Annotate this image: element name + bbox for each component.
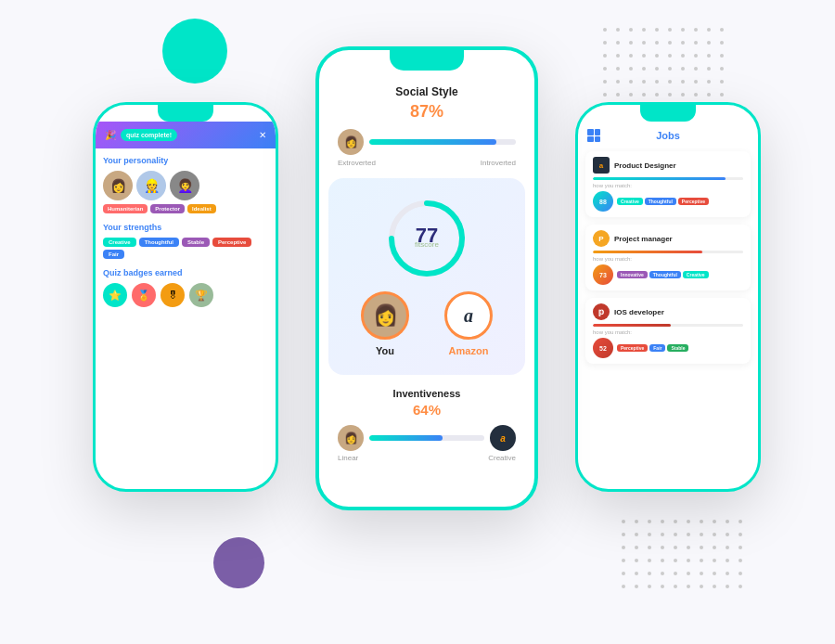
mtag-thoughtful-2: Thoughtful — [649, 271, 681, 278]
personality-title: Your personality — [103, 156, 268, 165]
extroverted-label: Extroverted — [338, 159, 376, 167]
left-phone: 🎉 quiz complete! ✕ Your personality 👩 👷 … — [93, 102, 278, 492]
vs-row: 👩 You a Amazon — [343, 291, 510, 356]
you-label: You — [376, 345, 394, 356]
match-row-3: 52 Perceptive Fair Stable — [593, 338, 743, 358]
match-score-2: 73 — [593, 264, 613, 285]
inv-labels: Linear Creative — [338, 454, 516, 462]
left-phone-header: 🎉 quiz complete! ✕ — [96, 122, 276, 148]
inventiveness-section: Inventiveness 64% 👩 a Linear Creative — [319, 375, 534, 471]
social-style-bar-row: 👩 — [338, 129, 516, 155]
job-title-row-3: 𝕡 IOS developer — [593, 303, 743, 320]
right-phone-header: Jobs — [578, 122, 758, 146]
match-tags-1: Creative Thoughtful Perceptive — [617, 198, 709, 205]
mtag-creative-2: Creative — [683, 271, 709, 278]
strength-creative: Creative — [103, 238, 136, 247]
creative-label: Creative — [488, 454, 516, 462]
introverted-label: Introverted — [481, 159, 516, 167]
quiz-complete-badge: quiz complete! — [121, 129, 177, 141]
inv-bar-fill — [369, 435, 443, 441]
match-bar-fill-2 — [593, 251, 702, 253]
match-row-1: 88 Creative Thoughtful Perceptive — [593, 191, 743, 212]
how-you-match-2: how you match: — [593, 256, 743, 262]
amazon-logo-1: a — [593, 157, 610, 174]
inventiveness-pct: 64% — [338, 402, 516, 418]
badge-4: 🏆 — [189, 283, 213, 307]
inventiveness-title: Inventiveness — [338, 388, 516, 399]
center-phone-notch — [390, 50, 464, 71]
amazon-item: a Amazon — [444, 291, 493, 356]
social-style-bar-fill — [369, 139, 496, 145]
match-bar-2 — [593, 251, 743, 253]
social-style-pct: 87% — [338, 102, 516, 122]
mtag-creative-1: Creative — [617, 198, 643, 205]
tag-protector: Protector — [150, 204, 185, 213]
mtag-perceptive-1: Perceptive — [678, 198, 709, 205]
strengths-title: Your strengths — [103, 223, 268, 232]
badges-title: Quiz badges earned — [103, 268, 268, 277]
social-style-title: Social Style — [338, 85, 516, 98]
personality-tags: Humaniterian Protector Idealist — [103, 204, 268, 213]
right-phone-body: a Product Designer how you match: 88 Cre… — [578, 146, 758, 377]
strength-fair: Fair — [103, 250, 124, 259]
mtag-stable-3: Stable — [667, 344, 688, 352]
match-bar-fill-1 — [593, 177, 726, 180]
grid-icon — [587, 129, 600, 142]
badges-section: Quiz badges earned ⭐ 🏅 🎖 🏆 — [103, 268, 268, 307]
job-name-2: Project manager — [614, 235, 673, 243]
job-name-1: Product Designer — [614, 161, 676, 170]
right-phone: Jobs a Product Designer how you match: 8… — [575, 102, 761, 492]
badge-3: 🎖 — [161, 283, 185, 307]
match-score-3: 52 — [593, 338, 613, 358]
match-bar-1 — [593, 177, 743, 180]
mtag-innovative-2: Innovative — [617, 271, 648, 278]
personality-avatars: 👩 👷 👩‍🦱 — [103, 171, 268, 200]
job-card-2[interactable]: P Project manager how you match: 73 Inno… — [585, 225, 751, 290]
tag-humaniterian: Humaniterian — [103, 204, 148, 213]
inv-amazon-avatar: a — [490, 425, 516, 451]
job-card-3[interactable]: 𝕡 IOS developer how you match: 52 Percep… — [585, 298, 751, 364]
strength-tags: Creative Thoughtful Stable Perceptive Fa… — [103, 238, 268, 259]
phones-container: 🎉 quiz complete! ✕ Your personality 👩 👷 … — [93, 46, 761, 598]
amazon-logo: a — [444, 291, 493, 340]
inventiveness-bar-row: 👩 a — [338, 425, 516, 451]
strengths-section: Your strengths Creative Thoughtful Stabl… — [103, 223, 268, 259]
match-row-2: 73 Innovative Thoughtful Creative — [593, 264, 743, 285]
job-card-1[interactable]: a Product Designer how you match: 88 Cre… — [585, 151, 751, 217]
match-bar-fill-3 — [593, 324, 671, 327]
amazon-label: Amazon — [449, 345, 489, 356]
center-phone-body: Social Style 87% 👩 Extroverted Introvert… — [319, 71, 534, 471]
left-phone-notch — [158, 105, 213, 122]
social-avatar: 👩 — [338, 129, 364, 155]
job-title-row-1: a Product Designer — [593, 157, 743, 174]
avatar-idealist: 👩‍🦱 — [170, 171, 199, 200]
social-style-bar — [369, 139, 516, 145]
match-score-1: 88 — [593, 191, 613, 212]
badge-1: ⭐ — [103, 283, 127, 307]
left-phone-body: Your personality 👩 👷 👩‍🦱 Humaniterian Pr… — [96, 148, 276, 315]
avatar-protector: 👷 — [136, 171, 166, 200]
fitscore-ring: 77 fitscore — [385, 197, 469, 280]
center-phone: Social Style 87% 👩 Extroverted Introvert… — [315, 46, 538, 510]
badge-circles: ⭐ 🏅 🎖 🏆 — [103, 283, 268, 307]
jobs-title: Jobs — [600, 130, 736, 141]
inv-bar — [369, 435, 484, 441]
social-labels: Extroverted Introverted — [338, 159, 516, 167]
job-name-3: IOS developer — [614, 308, 664, 316]
pm-logo: P — [593, 230, 610, 247]
tag-idealist: Idealist — [187, 204, 216, 213]
close-button[interactable]: ✕ — [259, 130, 266, 140]
strength-thoughtful: Thoughtful — [139, 238, 179, 247]
fitscore-label: fitscore — [415, 240, 439, 249]
social-style-section: Social Style 87% 👩 Extroverted Introvert… — [319, 71, 534, 178]
pinterest-logo: 𝕡 — [593, 303, 610, 320]
quiz-complete-badge-row: 🎉 quiz complete! — [105, 129, 177, 141]
right-phone-notch — [640, 105, 696, 122]
job-title-row-2: P Project manager — [593, 230, 743, 247]
match-tags-3: Perceptive Fair Stable — [617, 344, 688, 352]
fitscore-section: 77 fitscore 👩 You a Amazon — [328, 178, 525, 375]
badge-2: 🏅 — [132, 283, 156, 307]
mtag-perceptive-3: Perceptive — [617, 344, 648, 352]
match-tags-2: Innovative Thoughtful Creative — [617, 271, 709, 278]
strength-perceptive: Perceptive — [212, 238, 251, 247]
